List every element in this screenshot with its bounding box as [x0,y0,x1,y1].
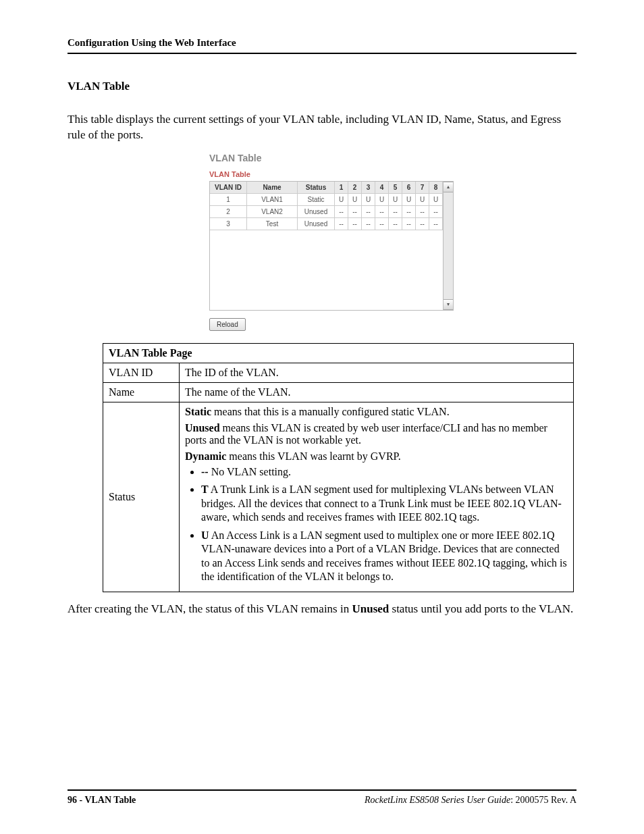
footer-left: 96 - VLAN Table [68,795,136,806]
bullet-u-text: An Access Link is a LAN segment used to … [201,529,567,582]
scroll-up-icon[interactable]: ▴ [444,182,453,192]
status-static-text: means that this is a manually configured… [211,406,450,417]
cell-port: -- [389,205,402,217]
cell-port: -- [416,205,429,217]
cell-port: U [362,193,375,205]
status-bullet-none: -- No VLAN setting. [201,465,568,479]
intro-paragraph: This table displays the current settings… [68,112,576,143]
vlan-table-screenshot: VLAN Table VLAN Table VLAN ID Name Statu… [209,153,454,331]
cell-port: -- [429,205,443,217]
cell-port: -- [362,217,375,230]
grid-header-row: VLAN ID Name Status 1 2 3 4 5 6 7 8 [210,182,443,194]
cell-port: U [416,193,429,205]
after-note-bold: Unused [352,602,389,615]
cell-port: -- [429,217,443,230]
screenshot-title: VLAN Table [209,153,454,163]
scroll-down-icon[interactable]: ▾ [444,299,453,310]
footer-guide-title: RocketLinx ES8508 Series User Guide [365,795,510,805]
col-vlan-id: VLAN ID [210,182,247,194]
cell-port: -- [362,205,375,217]
cell-port: -- [335,205,348,217]
cell-port: U [375,193,389,205]
status-unused-label: Unused [185,422,220,434]
col-port: 1 [335,182,348,194]
cell-port: -- [348,217,362,230]
grid-container: VLAN ID Name Status 1 2 3 4 5 6 7 8 [209,181,454,311]
cell-port: -- [402,217,416,230]
cell-name: Test [247,217,298,230]
scrollbar[interactable]: ▴ ▾ [443,182,453,310]
cell-port: U [429,193,443,205]
after-note-post: status until you add ports to the VLAN. [389,602,573,615]
col-status: Status [298,182,335,194]
cell-port: -- [375,217,389,230]
col-port: 7 [416,182,429,194]
after-note-pre: After creating the VLAN, the status of t… [68,602,352,615]
spec-caption: VLAN Table Page [103,343,574,363]
col-name: Name [247,182,298,194]
cell-port: -- [402,205,416,217]
status-dynamic-text: means this VLAN was learnt by GVRP. [226,450,400,462]
bullet-u-label: U [201,529,209,541]
col-port: 2 [348,182,362,194]
bullet-t-text: A Trunk Link is a LAN segment used for m… [201,484,562,523]
status-dynamic-label: Dynamic [185,450,226,462]
header-rule [68,53,576,54]
after-note: After creating the VLAN, the status of t… [68,602,576,617]
bullet-t-label: T [201,484,209,495]
col-port: 4 [375,182,389,194]
bullet-none-text: No VLAN setting. [209,466,291,477]
cell-port: -- [348,205,362,217]
cell-port: U [402,193,416,205]
cell-id: 3 [210,217,247,230]
cell-id: 1 [210,193,247,205]
footer-rule [68,789,576,791]
cell-port: -- [335,217,348,230]
col-port: 6 [402,182,416,194]
cell-port: U [335,193,348,205]
col-port: 5 [389,182,402,194]
running-header: Configuration Using the Web Interface [68,37,576,49]
cell-status: Static [298,193,335,205]
page-footer: 96 - VLAN Table RocketLinx ES8508 Series… [68,789,576,806]
screenshot-subtitle: VLAN Table [209,170,454,178]
cell-name: VLAN2 [247,205,298,217]
cell-status: Unused [298,217,335,230]
spec-row-text: The ID of the VLAN. [180,363,574,382]
spec-row-label: VLAN ID [103,363,180,382]
spec-row-label: Status [103,402,180,592]
spec-status-cell: Static means that this is a manually con… [180,402,574,592]
col-port: 3 [362,182,375,194]
cell-status: Unused [298,205,335,217]
section-title: VLAN Table [68,80,576,93]
cell-port: -- [416,217,429,230]
vlan-grid: VLAN ID Name Status 1 2 3 4 5 6 7 8 [210,182,443,230]
footer-rev: : 2000575 Rev. A [510,795,576,805]
cell-port: U [389,193,402,205]
status-unused-text: means this VLAN is created by web user i… [185,422,547,446]
footer-right: RocketLinx ES8508 Series User Guide: 200… [365,795,576,806]
spec-row-label: Name [103,382,180,402]
cell-id: 2 [210,205,247,217]
col-port: 8 [429,182,443,194]
spec-table: VLAN Table Page VLAN ID The ID of the VL… [103,343,574,592]
bullet-none-label: -- [201,466,209,477]
table-row: 1 VLAN1 Static U U U U U U U U [210,193,443,205]
status-bullet-u: U An Access Link is a LAN segment used t… [201,529,568,584]
table-row: 2 VLAN2 Unused -- -- -- -- -- -- -- -- [210,205,443,217]
spec-row-text: The name of the VLAN. [180,382,574,402]
cell-port: -- [389,217,402,230]
status-bullet-t: T A Trunk Link is a LAN segment used for… [201,483,568,524]
table-row: 3 Test Unused -- -- -- -- -- -- -- -- [210,217,443,230]
reload-button[interactable]: Reload [209,318,246,331]
status-static-label: Static [185,406,211,417]
cell-port: -- [375,205,389,217]
cell-name: VLAN1 [247,193,298,205]
cell-port: U [348,193,362,205]
